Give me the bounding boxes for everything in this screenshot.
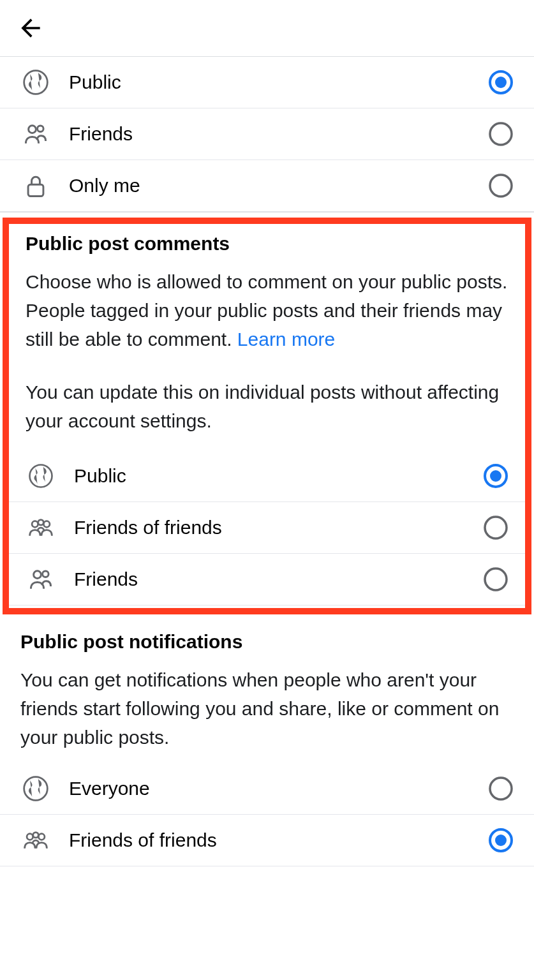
svg-point-5	[490, 123, 512, 145]
back-button[interactable]	[14, 11, 47, 45]
option-label: Friends	[51, 123, 488, 145]
option-public[interactable]: Public	[9, 450, 525, 502]
radio-unselected[interactable]	[488, 776, 514, 801]
option-friends[interactable]: Friends	[0, 108, 534, 160]
option-label: Friends	[56, 568, 483, 590]
option-label: Everyone	[51, 778, 488, 799]
svg-point-2	[495, 77, 507, 88]
svg-point-16	[43, 571, 49, 577]
header	[0, 0, 534, 57]
svg-point-18	[24, 777, 48, 801]
option-only-me[interactable]: Only me	[0, 160, 534, 212]
section-title: Public post notifications	[0, 625, 534, 660]
section-title: Public post comments	[9, 229, 525, 262]
public-post-comments-section: Public post comments Choose who is allow…	[3, 218, 531, 614]
option-friends[interactable]: Friends	[9, 554, 525, 605]
friends-icon	[26, 564, 56, 595]
section-1-options: Public Friends Only me	[0, 57, 534, 212]
svg-point-7	[490, 175, 512, 197]
option-label: Only me	[51, 175, 488, 197]
public-post-notifications-section: Public post notifications You can get no…	[0, 620, 534, 872]
svg-point-12	[38, 520, 43, 525]
svg-point-20	[27, 834, 33, 840]
section-description: Choose who is allowed to comment on your…	[9, 262, 525, 365]
radio-unselected[interactable]	[483, 567, 508, 592]
svg-point-3	[29, 126, 36, 133]
option-public[interactable]: Public	[0, 57, 534, 108]
option-everyone[interactable]: Everyone	[0, 763, 534, 815]
option-friends-of-friends[interactable]: Friends of friends	[0, 815, 534, 866]
friends-of-friends-icon	[26, 512, 56, 543]
svg-point-10	[490, 470, 501, 482]
option-label: Public	[56, 465, 483, 487]
radio-unselected[interactable]	[483, 515, 508, 540]
option-label: Friends of friends	[56, 517, 483, 538]
svg-point-19	[490, 778, 512, 799]
friends-icon	[20, 119, 51, 149]
radio-selected[interactable]	[483, 463, 508, 489]
svg-rect-6	[28, 184, 43, 196]
lock-icon	[20, 170, 51, 201]
svg-point-14	[485, 517, 507, 538]
option-label: Public	[51, 71, 488, 93]
svg-point-8	[30, 465, 52, 487]
globe-icon	[20, 67, 51, 98]
option-friends-of-friends[interactable]: Friends of friends	[9, 502, 525, 554]
radio-unselected[interactable]	[488, 173, 514, 198]
svg-point-17	[485, 568, 507, 590]
svg-point-21	[33, 833, 38, 838]
svg-point-24	[495, 835, 507, 846]
section-description-2: You can update this on individual posts …	[9, 365, 525, 450]
svg-point-13	[43, 521, 50, 528]
friends-of-friends-icon	[20, 825, 51, 856]
globe-icon	[20, 773, 51, 804]
svg-point-0	[24, 71, 48, 94]
learn-more-link[interactable]: Learn more	[237, 329, 335, 350]
svg-point-15	[34, 571, 41, 579]
section-description: You can get notifications when people wh…	[0, 660, 534, 763]
globe-icon	[26, 461, 56, 491]
option-label: Friends of friends	[51, 829, 488, 851]
svg-point-22	[38, 834, 45, 840]
radio-selected[interactable]	[488, 828, 514, 853]
svg-point-4	[38, 126, 44, 132]
radio-selected[interactable]	[488, 70, 514, 95]
radio-unselected[interactable]	[488, 121, 514, 147]
arrow-left-icon	[17, 14, 45, 42]
svg-point-11	[32, 521, 38, 528]
